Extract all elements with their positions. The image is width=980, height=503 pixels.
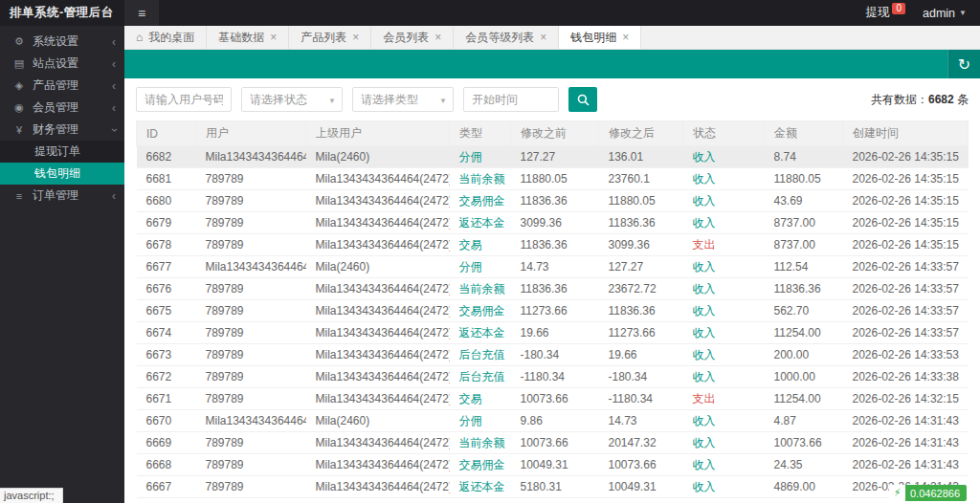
cell-user: 789789	[196, 300, 306, 322]
sidebar-subitem-label: 钱包明细	[34, 165, 80, 182]
cell-status: 支出	[683, 388, 765, 410]
cell-type: 分佣	[450, 146, 511, 168]
cell-before: 10073.66	[511, 388, 599, 410]
tab-desktop[interactable]: ⌂我的桌面	[124, 26, 207, 49]
cell-created-at: 2026-02-26 14:33:53	[843, 344, 969, 366]
menu-toggle-icon[interactable]: ≡	[124, 0, 159, 26]
tab-label: 我的桌面	[148, 30, 194, 46]
start-time-input[interactable]	[463, 87, 559, 112]
type-select[interactable]: 请选择类型 ▼	[352, 87, 454, 112]
cell-parent-user: Mila1343434364464(2472)	[306, 190, 450, 212]
withdraw-badge: 0	[892, 3, 905, 14]
cell-amount: 11254.00	[765, 322, 843, 344]
site-icon: ▤	[12, 57, 26, 70]
content-area: ⌂我的桌面基础数据×产品列表×会员列表×会员等级列表×钱包明细× ↻ 请选择状态…	[124, 26, 980, 503]
cell-before: 127.27	[511, 146, 599, 168]
cell-type: 当前余额	[450, 168, 511, 190]
sidebar-item-orders[interactable]: ≡订单管理‹	[0, 185, 124, 207]
cell-status: 收入	[683, 454, 765, 476]
sidebar-item-system[interactable]: ⚙系统设置‹	[0, 31, 124, 53]
close-icon[interactable]: ×	[540, 32, 546, 43]
chevron-left-icon: ‹	[112, 102, 116, 114]
sidebar-item-finance[interactable]: ¥财务管理‹	[0, 119, 124, 141]
cell-type: 交易	[450, 388, 511, 410]
table-row: 6677Mila1343434364464Mila(2460)分佣14.7312…	[137, 256, 969, 278]
tab-member-list[interactable]: 会员列表×	[371, 26, 454, 49]
user-menu[interactable]: admin ▼	[923, 7, 967, 20]
chevron-left-icon: ‹	[112, 36, 116, 48]
sidebar-subitem-wallet-detail[interactable]: 钱包明细	[0, 163, 124, 185]
tab-basic-data[interactable]: 基础数据×	[207, 26, 289, 49]
cell-status: 收入	[683, 476, 765, 498]
status-select[interactable]: 请选择状态 ▼	[241, 87, 343, 112]
cell-before: -1180.34	[511, 366, 599, 388]
search-button[interactable]	[568, 87, 597, 112]
sidebar-item-site[interactable]: ▤站点设置‹	[0, 53, 124, 75]
product-icon: ◈	[12, 79, 26, 92]
sidebar-item-label: 站点设置	[33, 55, 105, 72]
cell-type: 后台充值	[450, 366, 511, 388]
cell-amount: 8737.00	[765, 234, 843, 256]
cell-user: Mila1343434364464	[196, 410, 306, 432]
users-icon: ◉	[12, 101, 26, 114]
refresh-button[interactable]: ↻	[947, 50, 980, 78]
sidebar-item-member[interactable]: ◉会员管理‹	[0, 97, 124, 119]
sidebar-item-label: 产品管理	[33, 77, 105, 94]
user-number-input[interactable]	[136, 87, 232, 112]
cell-created-at: 2026-02-26 14:33:57	[843, 322, 969, 344]
close-icon[interactable]: ×	[622, 32, 629, 43]
table-row: 6675789789Mila1343434364464(2472)交易佣金112…	[137, 300, 969, 322]
cell-after: 10073.66	[599, 454, 683, 476]
finance-icon: ¥	[12, 124, 26, 136]
cell-type: 交易佣金	[450, 300, 511, 322]
tab-level-list[interactable]: 会员等级列表×	[454, 26, 559, 49]
cell-type: 当前余额	[450, 432, 511, 454]
sidebar-item-label: 系统设置	[33, 33, 105, 50]
cell-amount: 4.87	[765, 410, 843, 432]
sidebar-subitem-withdraw-orders[interactable]: 提现订单	[0, 141, 124, 163]
cell-amount: 4869.00	[765, 476, 843, 498]
sidebar-item-product[interactable]: ◈产品管理‹	[0, 75, 124, 97]
chevron-left-icon: ‹	[112, 190, 116, 202]
cell-parent-user: Mila1343434364464(2472)	[306, 366, 450, 388]
cell-type: 交易佣金	[450, 190, 511, 212]
withdraw-link[interactable]: 提现 0	[865, 5, 905, 21]
sidebar-item-label: 财务管理	[33, 121, 105, 138]
cell-before: 3099.36	[511, 212, 599, 234]
cell-after: 11836.36	[599, 300, 683, 322]
cell-id: 6673	[137, 344, 196, 366]
close-icon[interactable]: ×	[434, 32, 441, 43]
cell-id: 6679	[137, 212, 196, 234]
table-row: 6672789789Mila1343434364464(2472)后台充值-11…	[137, 366, 969, 388]
cell-amount: 8.74	[765, 146, 843, 168]
cell-status: 收入	[683, 278, 765, 300]
cell-user: Mila1343434364464	[196, 256, 306, 278]
tab-product-list[interactable]: 产品列表×	[289, 26, 371, 49]
topbar: 排单系统-管理后台 ≡ 提现 0 admin ▼	[0, 0, 980, 26]
cell-amount: 11880.05	[765, 168, 843, 190]
cell-type: 当前余额	[450, 278, 511, 300]
cell-user: 789789	[196, 190, 306, 212]
cell-amount: 4869.00	[765, 498, 843, 503]
cell-after: 10049.31	[599, 498, 683, 503]
cell-user: 789789	[196, 454, 306, 476]
table-header-row: ID用户上级用户类型修改之前修改之后状态金额创建时间	[137, 121, 969, 146]
cell-before: 10073.66	[511, 432, 599, 454]
cell-type: 交易	[450, 498, 511, 503]
cell-status: 收入	[683, 256, 765, 278]
close-icon[interactable]: ×	[352, 32, 359, 43]
cell-parent-user: Mila1343434364464(2472)	[306, 300, 450, 322]
cell-amount: 11836.36	[765, 278, 843, 300]
cell-id: 6667	[137, 476, 196, 498]
cell-before: 10049.31	[511, 454, 599, 476]
close-icon[interactable]: ×	[270, 32, 277, 43]
column-header-type: 类型	[450, 121, 511, 146]
column-header-created-at: 创建时间	[843, 121, 969, 146]
cell-id: 6680	[137, 190, 196, 212]
cell-amount: 10073.66	[765, 432, 843, 454]
table-row: 6667789789Mila1343434364464(2472)返还本金518…	[137, 476, 969, 498]
cell-id: 6682	[137, 146, 196, 168]
tab-wallet-detail[interactable]: 钱包明细×	[559, 26, 641, 49]
cell-id: 6675	[137, 300, 196, 322]
cell-id: 6668	[137, 454, 196, 476]
